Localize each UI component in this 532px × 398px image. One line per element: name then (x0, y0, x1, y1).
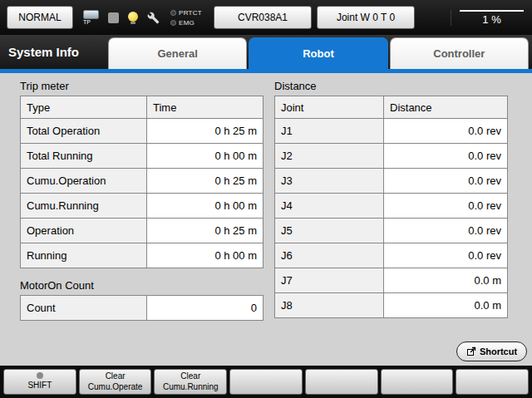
table-row: Cumu.Running 0 h 00 m (21, 194, 264, 219)
row-label: J2 (275, 144, 384, 169)
page-title: System Info (8, 35, 79, 69)
table-row: Running 0 h 00 m (21, 243, 264, 268)
distance-title: Distance (274, 80, 317, 92)
function-key-empty-7[interactable] (456, 369, 529, 395)
column-header-time: Time (147, 96, 264, 119)
row-value: 0.0 rev (384, 119, 508, 144)
table-row: J3 0.0 rev (275, 169, 508, 194)
prtct-label: PRTCT (179, 9, 202, 17)
wrench-icon (147, 12, 160, 24)
row-label: Cumu.Running (21, 194, 147, 219)
distance-table: Joint Distance J1 0.0 rev J2 0.0 rev J3 … (274, 96, 508, 318)
column-header-distance: Distance (384, 96, 508, 119)
speed-indicator: 1 % (451, 10, 524, 26)
row-label: J7 (275, 268, 384, 293)
status-icon-cluster: TP PRTCT EMG (83, 9, 202, 27)
tabs: General Robot Controller (108, 37, 530, 69)
row-label: J6 (275, 243, 384, 268)
table-row: J4 0.0 rev (275, 194, 508, 219)
prtct-indicator: PRTCT (170, 9, 202, 17)
shortcut-icon (466, 346, 476, 356)
shift-label: SHIFT (27, 381, 52, 391)
row-value: 0.0 rev (384, 144, 508, 169)
row-value: 0 h 25 m (147, 219, 264, 243)
table-row: J6 0.0 rev (275, 243, 508, 268)
table-header-row: Joint Distance (275, 96, 508, 119)
row-label: Total Operation (21, 119, 147, 144)
tab-general[interactable]: General (108, 37, 247, 69)
protect-emg-indicators: PRTCT EMG (170, 9, 202, 27)
row-label: J5 (275, 219, 384, 243)
tp-pendant-icon: TP (83, 10, 99, 26)
row-value: 0.0 m (384, 268, 508, 293)
function-key-empty-5[interactable] (305, 369, 378, 395)
motoron-count-table: Count 0 (20, 295, 264, 321)
row-label: Total Running (21, 144, 147, 169)
row-label: J4 (275, 194, 384, 219)
row-value: 0 h 00 m (147, 243, 264, 268)
prtct-led-icon (170, 10, 176, 16)
table-row: J7 0.0 m (275, 268, 508, 293)
shortcut-button[interactable]: Shortcut (456, 341, 527, 361)
trip-meter-table: Type Time Total Operation 0 h 25 m Total… (20, 96, 264, 268)
tab-robot[interactable]: Robot (249, 37, 387, 69)
emg-label: EMG (179, 19, 195, 27)
table-row: J5 0.0 rev (275, 219, 508, 243)
stop-square-icon (108, 12, 119, 23)
tab-bar: System Info General Robot Controller (0, 35, 532, 73)
column-header-type: Type (21, 96, 147, 119)
row-value: 0 h 25 m (147, 169, 264, 194)
clear-cumu-operate-button[interactable]: Clear Cumu.Operate (79, 369, 152, 395)
row-value: 0 h 25 m (147, 119, 264, 144)
tp-screen-icon (83, 10, 99, 19)
function-key-empty-4[interactable] (229, 369, 303, 395)
row-label: Cumu.Operation (21, 169, 147, 194)
tab-accent-strip (0, 69, 532, 73)
table-row: Operation 0 h 25 m (21, 219, 264, 243)
trip-meter-title: Trip meter (20, 80, 69, 92)
program-button[interactable]: CVR038A1 (214, 6, 312, 29)
clear-cumu-running-button[interactable]: Clear Cumu.Running (154, 369, 227, 395)
tab-controller[interactable]: Controller (390, 37, 529, 69)
row-label: J3 (275, 169, 384, 194)
row-value: 0 h 00 m (147, 194, 264, 219)
speed-value: 1 % (460, 12, 524, 26)
shortcut-label: Shortcut (480, 346, 517, 356)
top-status-bar: NORMAL TP PRTCT EMG CVR038A1 Joint W 0 T… (0, 0, 532, 35)
lamp-base-icon (131, 22, 135, 24)
row-value: 0 h 00 m (147, 144, 264, 169)
row-value: 0.0 rev (384, 219, 508, 243)
row-label: J8 (275, 293, 384, 318)
table-row: J1 0.0 rev (275, 119, 508, 144)
shift-led-icon (37, 372, 43, 379)
row-label: Operation (21, 219, 147, 243)
tp-label: TP (83, 19, 91, 26)
table-row: Cumu.Operation 0 h 25 m (21, 169, 264, 194)
row-label: Running (21, 243, 147, 268)
table-row: Total Operation 0 h 25 m (21, 119, 264, 144)
row-value: 0.0 rev (384, 169, 508, 194)
column-header-joint: Joint (275, 96, 384, 119)
row-value: 0 (147, 296, 264, 321)
shift-button[interactable]: SHIFT (3, 369, 76, 395)
table-row: Count 0 (21, 296, 264, 321)
table-row: Total Running 0 h 00 m (21, 144, 264, 169)
table-row: J8 0.0 m (275, 293, 508, 318)
row-value: 0.0 rev (384, 243, 508, 268)
function-key-bar: SHIFT Clear Cumu.Operate Clear Cumu.Runn… (0, 366, 532, 398)
row-value: 0.0 m (384, 293, 508, 318)
emg-indicator: EMG (170, 19, 202, 27)
lamp-icon (128, 12, 138, 24)
motoron-count-title: MotorOn Count (20, 279, 94, 292)
function-key-empty-6[interactable] (381, 369, 454, 395)
table-header-row: Type Time (21, 96, 264, 119)
row-value: 0.0 rev (384, 194, 508, 219)
row-label: J1 (275, 119, 384, 144)
joint-coord-button[interactable]: Joint W 0 T 0 (317, 6, 415, 29)
row-label: Count (21, 296, 147, 321)
mode-button[interactable]: NORMAL (7, 6, 73, 29)
lamp-glass-icon (128, 12, 138, 22)
table-row: J2 0.0 rev (275, 144, 508, 169)
emg-led-icon (170, 20, 176, 26)
